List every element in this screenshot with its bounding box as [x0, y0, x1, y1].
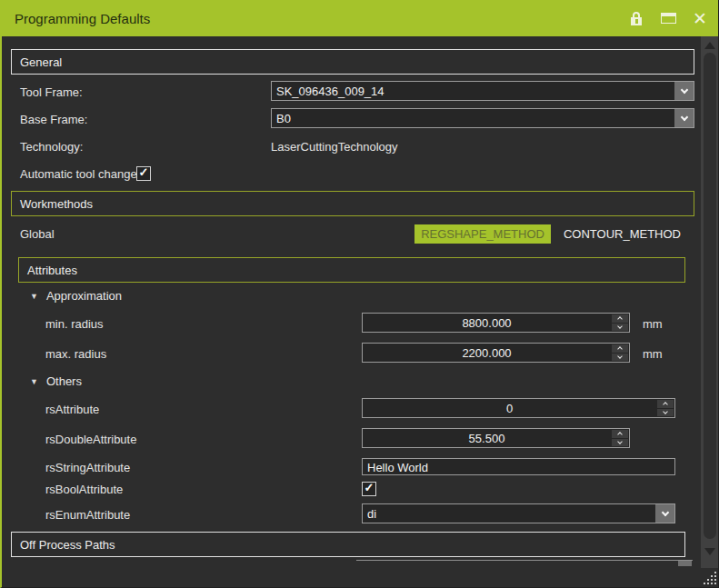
rs-string-attribute-field[interactable] [363, 460, 674, 475]
lock-icon[interactable] [626, 7, 646, 29]
rs-double-attribute-field[interactable] [363, 429, 611, 447]
min-radius-label: min. radius [45, 317, 104, 331]
auto-tool-change-checkbox[interactable]: ✓ [136, 166, 151, 181]
spin-down-button[interactable] [612, 324, 628, 332]
spin-up-button[interactable] [612, 344, 628, 353]
checkmark-icon: ✓ [139, 168, 149, 177]
rs-double-attribute-label: rsDoubleAttribute [45, 433, 136, 446]
chevron-down-icon [663, 409, 668, 414]
min-radius-field[interactable] [363, 314, 611, 332]
window-title: Programming Defaults [0, 11, 150, 26]
chevron-up-icon [617, 346, 623, 352]
base-frame-value: B0 [272, 112, 674, 125]
others-header-label: Others [46, 374, 82, 388]
expander-triangle-icon: ▼ [30, 292, 38, 301]
attributes-section-header: Attributes [18, 257, 685, 283]
checkmark-icon: ✓ [364, 483, 374, 493]
clipped-dropdown-button [678, 561, 692, 566]
workmethods-section-label: Workmethods [12, 197, 93, 211]
expander-triangle-icon: ▼ [30, 377, 38, 386]
chevron-up-icon [617, 316, 623, 322]
method-selector: REGSHAPE_METHOD CONTOUR_METHOD [414, 224, 687, 244]
global-label: Global [20, 227, 55, 241]
approximation-expander[interactable]: ▼ Approximation [30, 289, 122, 303]
max-radius-label: max. radius [45, 347, 106, 361]
spin-up-button[interactable] [657, 400, 674, 408]
max-radius-field[interactable] [363, 344, 611, 362]
rs-double-attribute-input[interactable] [362, 428, 630, 448]
rs-string-attribute-input[interactable] [362, 458, 675, 475]
off-process-paths-section-header: Off Process Paths [11, 532, 685, 557]
scrollbar-thumb[interactable] [704, 53, 716, 539]
off-process-paths-label: Off Process Paths [12, 538, 115, 552]
rs-attribute-field[interactable] [363, 399, 656, 417]
tool-frame-dropdown[interactable]: SK_096436_009_14 [271, 81, 694, 101]
scroll-down-arrow-icon[interactable] [704, 548, 715, 555]
chevron-up-icon [617, 432, 623, 437]
rs-attribute-label: rsAttribute [45, 403, 99, 416]
tool-frame-value: SK_096436_009_14 [272, 85, 674, 98]
spin-down-button[interactable] [657, 409, 674, 417]
rs-attribute-input[interactable] [362, 398, 675, 418]
resize-grip[interactable] [704, 572, 705, 573]
chevron-up-icon [663, 402, 668, 407]
chevron-down-icon [680, 85, 687, 93]
min-radius-unit: mm [643, 317, 663, 331]
spin-down-button[interactable] [612, 439, 628, 447]
workmethods-section-header: Workmethods [11, 191, 694, 216]
tool-frame-label: Tool Frame: [20, 85, 83, 99]
attributes-section-label: Attributes [19, 264, 77, 277]
programming-defaults-window: Programming Defaults ✕ General Tool Fram… [0, 0, 719, 588]
rs-bool-attribute-label: rsBoolAttribute [45, 483, 123, 496]
approximation-header-label: Approximation [46, 289, 122, 303]
general-section-label: General [12, 55, 62, 69]
rs-enum-dropdown-button[interactable] [655, 504, 674, 523]
chevron-down-icon [617, 324, 623, 329]
close-icon[interactable]: ✕ [690, 7, 710, 29]
chevron-down-icon [680, 113, 687, 120]
tool-frame-dropdown-button[interactable] [674, 82, 694, 100]
max-radius-unit: mm [643, 347, 663, 361]
chevron-down-icon [661, 508, 668, 515]
rs-bool-attribute-checkbox[interactable]: ✓ [362, 482, 376, 496]
spin-up-button[interactable] [612, 314, 628, 323]
rs-enum-attribute-label: rsEnumAttribute [45, 508, 130, 522]
min-radius-input[interactable] [362, 313, 630, 333]
others-expander[interactable]: ▼ Others [30, 374, 82, 388]
auto-tool-change-label: Automatic tool change: [20, 167, 140, 181]
method-contour-button[interactable]: CONTOUR_METHOD [557, 224, 687, 244]
chevron-down-icon [617, 354, 623, 359]
vertical-scrollbar[interactable] [701, 36, 719, 568]
maximize-icon[interactable] [658, 7, 678, 29]
rs-enum-attribute-dropdown[interactable]: di [362, 503, 675, 523]
scroll-up-arrow-icon[interactable] [704, 42, 715, 49]
method-regshape-button[interactable]: REGSHAPE_METHOD [414, 224, 551, 244]
general-section-header: General [11, 49, 694, 75]
base-frame-dropdown-button[interactable] [674, 109, 694, 127]
base-frame-dropdown[interactable]: B0 [271, 108, 694, 128]
spin-up-button[interactable] [612, 430, 628, 438]
base-frame-label: Base Frame: [20, 113, 87, 126]
technology-value: LaserCuttingTechnology [271, 140, 397, 154]
max-radius-input[interactable] [362, 343, 630, 363]
spin-down-button[interactable] [612, 354, 628, 362]
titlebar-icons: ✕ [626, 0, 710, 36]
technology-label: Technology: [20, 140, 83, 154]
chevron-down-icon [617, 439, 623, 444]
rs-string-attribute-label: rsStringAttribute [45, 461, 130, 474]
rs-enum-attribute-value: di [363, 507, 655, 521]
titlebar[interactable]: Programming Defaults ✕ [0, 0, 719, 36]
clipped-control-edge [356, 560, 693, 561]
